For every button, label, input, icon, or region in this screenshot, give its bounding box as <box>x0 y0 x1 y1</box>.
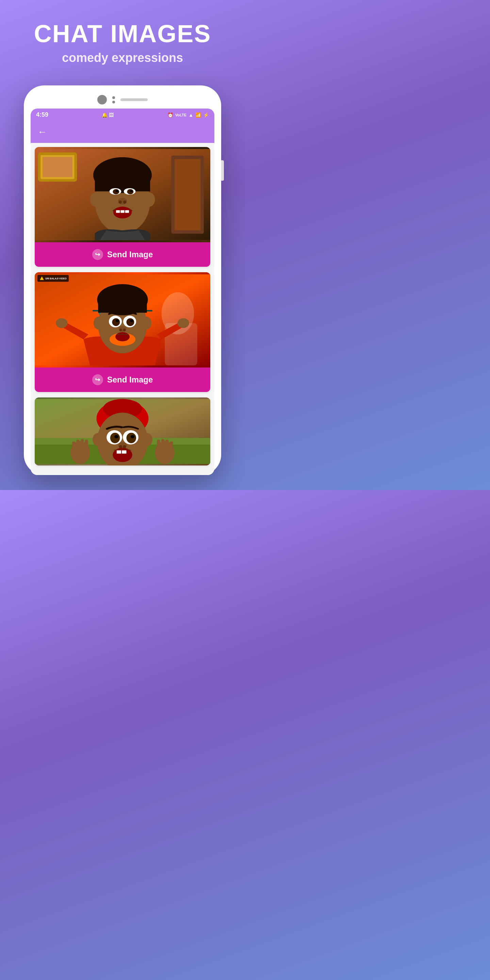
send-label-1: Send Image <box>107 250 153 259</box>
meme-svg-2 <box>35 272 210 368</box>
svg-point-51 <box>119 329 122 331</box>
svg-point-15 <box>127 189 134 194</box>
svg-rect-81 <box>81 439 84 448</box>
watermark: SRI BALAJI VIDEO <box>37 275 69 282</box>
status-bar: 4:59 🔔 🖼 ⏰ VoLTE ▲ 📶 ⚡ <box>30 108 215 121</box>
volte-icon: VoLTE <box>175 113 186 117</box>
svg-point-46 <box>112 318 120 326</box>
image-card-3 <box>35 398 210 466</box>
phone-dots <box>112 96 115 103</box>
wifi-icon: ▲ <box>189 112 193 118</box>
svg-point-67 <box>110 433 120 443</box>
header-section: CHAT IMAGES comedy expressions <box>27 0 218 75</box>
svg-rect-3 <box>175 159 200 231</box>
svg-rect-83 <box>170 441 173 450</box>
svg-rect-85 <box>161 439 165 448</box>
app-bar: ← <box>30 121 215 143</box>
send-icon-2: ↪ <box>92 374 103 385</box>
svg-point-52 <box>123 329 126 331</box>
watermark-logo <box>40 276 44 281</box>
svg-point-19 <box>119 200 122 204</box>
svg-point-43 <box>141 317 151 330</box>
svg-rect-84 <box>165 440 169 449</box>
svg-rect-75 <box>117 450 121 454</box>
phone-frame: 4:59 🔔 🖼 ⏰ VoLTE ▲ 📶 ⚡ ← <box>24 86 221 475</box>
svg-point-64 <box>142 433 153 446</box>
svg-rect-6 <box>43 157 73 177</box>
send-icon-1: ↪ <box>92 249 103 260</box>
svg-rect-82 <box>85 440 88 448</box>
svg-rect-79 <box>72 441 76 450</box>
svg-point-17 <box>130 190 133 192</box>
svg-point-63 <box>92 433 103 446</box>
content-area: ↪ Send Image <box>30 143 215 475</box>
svg-rect-24 <box>121 210 124 213</box>
image-card-2: SRI BALAJI VIDEO ↪ Send Image <box>35 272 210 392</box>
phone-camera <box>97 95 107 105</box>
send-button-1[interactable]: ↪ Send Image <box>35 242 210 267</box>
signal-icon: 📶 <box>195 112 201 118</box>
svg-point-10 <box>90 192 102 207</box>
svg-point-70 <box>130 435 134 439</box>
meme-svg-3 <box>35 398 210 466</box>
phone-top-bar <box>30 92 215 108</box>
subtitle: comedy expressions <box>34 51 211 65</box>
meme-image-3 <box>35 398 210 466</box>
svg-rect-40 <box>98 300 147 313</box>
svg-point-11 <box>143 192 155 207</box>
alarm-icon: ⏰ <box>167 112 173 118</box>
send-label-2: Send Image <box>107 375 153 385</box>
phone-side-button <box>221 160 224 181</box>
status-icons: ⏰ VoLTE ▲ 📶 ⚡ <box>167 112 209 118</box>
phone-dot-2 <box>112 101 115 103</box>
svg-point-53 <box>115 332 130 341</box>
notif-icon-2: 🖼 <box>109 112 114 118</box>
svg-point-47 <box>126 318 134 326</box>
svg-rect-80 <box>76 440 80 449</box>
watermark-text: SRI BALAJI VIDEO <box>45 277 67 280</box>
svg-point-14 <box>113 189 119 194</box>
phone-dot-1 <box>112 96 115 99</box>
svg-point-20 <box>123 200 127 204</box>
svg-rect-76 <box>122 450 126 454</box>
svg-point-29 <box>56 318 67 328</box>
phone-speaker <box>121 98 148 101</box>
image-card-1: ↪ Send Image <box>35 147 210 267</box>
battery-icon: ⚡ <box>203 112 209 118</box>
svg-point-69 <box>115 435 118 439</box>
svg-rect-25 <box>125 210 129 213</box>
svg-point-68 <box>126 433 136 443</box>
meme-image-1 <box>35 147 210 242</box>
svg-point-42 <box>94 317 104 330</box>
svg-point-16 <box>116 190 118 192</box>
svg-point-30 <box>177 318 189 328</box>
svg-rect-9 <box>95 175 150 192</box>
main-title: CHAT IMAGES <box>34 21 211 47</box>
meme-svg-1 <box>35 147 210 242</box>
back-button[interactable]: ← <box>37 127 47 137</box>
status-time: 4:59 <box>36 111 48 118</box>
meme-image-2: SRI BALAJI VIDEO <box>35 272 210 368</box>
notification-icons: 🔔 🖼 <box>102 112 114 118</box>
svg-point-49 <box>130 320 134 322</box>
svg-rect-23 <box>116 210 120 213</box>
notif-icon-1: 🔔 <box>102 112 108 118</box>
phone-screen: 4:59 🔔 🖼 ⏰ VoLTE ▲ 📶 ⚡ ← <box>30 108 215 475</box>
send-button-2[interactable]: ↪ Send Image <box>35 368 210 392</box>
svg-point-48 <box>116 320 119 322</box>
svg-rect-86 <box>157 440 160 448</box>
